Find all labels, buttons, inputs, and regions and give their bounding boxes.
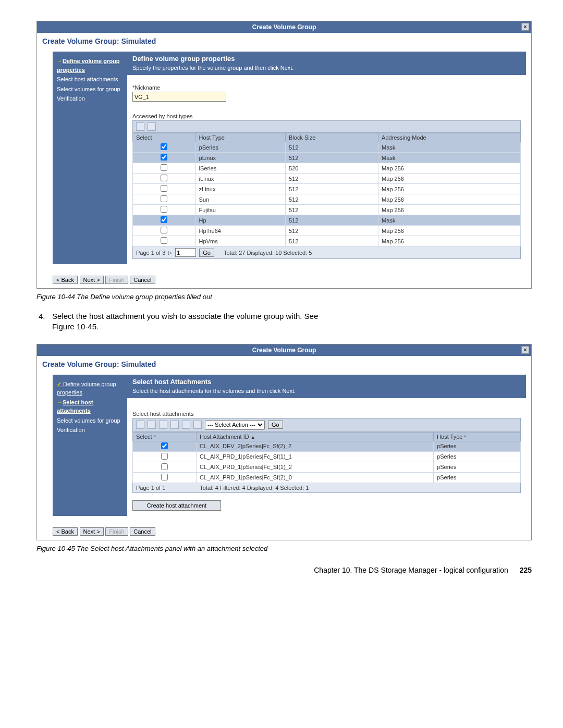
nickname-input[interactable] [132,92,226,102]
next-page-icon[interactable]: ▷ [168,250,172,255]
cell-host-id: CL_AIX_PRD_1|pSeries|Fc_Sf(2)_0 [196,472,433,483]
cancel-button[interactable]: Cancel [130,527,155,536]
wizard-sidebar: Define volume group properties Select ho… [53,375,127,516]
cell-host-type: iSeries [195,163,285,174]
finish-button[interactable]: Finish [105,527,128,536]
create-host-attachment-button[interactable]: Create host attachment [132,500,221,511]
row-checkbox[interactable] [161,143,167,150]
cell-host-type: HpVms [195,236,285,246]
window-title: Create Volume Group [252,347,316,354]
col-host-id[interactable]: Host Attachment ID ▲ [196,432,433,441]
cell-block-size: 512 [286,215,378,226]
col-addr-mode[interactable]: Addressing Mode [378,133,521,142]
row-checkbox[interactable] [161,206,167,213]
cell-addr-mode: Map 256 [378,226,521,236]
pane-header: Define volume group properties Specify t… [127,52,526,75]
col-select[interactable]: Select ^ [133,432,197,441]
table-row[interactable]: iLinux 512 Map 256 [133,174,521,184]
col-select[interactable]: Select [133,133,196,142]
row-checkbox[interactable] [161,453,168,460]
select-action-dropdown[interactable]: --- Select Action --- [205,420,265,430]
cell-host-type: pLinux [195,153,285,163]
table-row[interactable]: HpTru64 512 Map 256 [133,226,521,236]
toolbar-icon[interactable] [148,122,156,131]
table-status: Total: 4 Filtered: 4 Displayed: 4 Select… [200,485,309,491]
toolbar-icon[interactable] [136,122,144,131]
table-row[interactable]: iSeries 520 Map 256 [133,163,521,174]
sort-icon: ^ [154,435,156,440]
close-icon[interactable]: × [521,346,529,354]
table-row[interactable]: CL_AIX_PRD_1|pSeries|Fc_Sf(1)_1 pSeries [133,451,521,462]
cell-block-size: 512 [286,236,378,246]
finish-button[interactable]: Finish [105,276,128,284]
figure-caption: Figure 10-44 The Define volume group pro… [36,293,532,301]
sidebar-step-volumes[interactable]: Select volumes for group [57,85,123,94]
row-checkbox[interactable] [161,463,168,470]
row-checkbox[interactable] [161,216,167,223]
go-button[interactable]: Go [199,249,214,257]
cell-host-type: iLinux [195,174,285,184]
cell-addr-mode: Mask [378,215,521,226]
sidebar-step-verify[interactable]: Verification [57,94,123,103]
cell-addr-mode: Map 256 [378,174,521,184]
toolbar-icon[interactable] [193,421,202,429]
page-number: 225 [520,566,532,574]
toolbar-icon[interactable] [159,421,167,429]
table-row[interactable]: Fujitsu 512 Map 256 [133,205,521,215]
go-button[interactable]: Go [268,421,283,429]
table-row[interactable]: CL_AIX_PRD_1|pSeries|Fc_Sf(1)_2 pSeries [133,462,521,472]
table-row[interactable]: HpVms 512 Map 256 [133,236,521,246]
sidebar-step-define[interactable]: Define volume group properties [57,380,123,397]
table-toolbar: --- Select Action --- Go [132,418,521,432]
table-row[interactable]: zLinux 512 Map 256 [133,184,521,194]
row-checkbox[interactable] [161,474,168,480]
close-icon[interactable]: × [521,23,529,31]
cell-host-id: CL_AIX_DEV_2|pSeries|Fc_Sf(2)_2 [196,441,433,451]
sidebar-step-host[interactable]: Select host attachments [57,398,123,415]
table-row[interactable]: Sun 512 Map 256 [133,194,521,205]
row-checkbox[interactable] [161,195,167,202]
sidebar-step-host[interactable]: Select host attachments [57,75,123,84]
page-number-input[interactable] [175,248,196,257]
table-row[interactable]: Hp 512 Mask [133,215,521,226]
table-row[interactable]: CL_AIX_PRD_1|pSeries|Fc_Sf(2)_0 pSeries [133,472,521,483]
pane-desc: Specify the properties for the volume gr… [132,65,521,71]
back-button[interactable]: < Back [53,527,78,536]
cell-host-id: CL_AIX_PRD_1|pSeries|Fc_Sf(1)_1 [196,451,433,462]
pane-heading: Define volume group properties [132,55,521,63]
col-block-size[interactable]: Block Size [286,133,378,142]
cell-block-size: 512 [286,174,378,184]
cell-block-size: 512 [286,194,378,205]
row-checkbox[interactable] [161,227,167,233]
pane-heading: Select host Attachments [132,378,521,386]
next-button[interactable]: Next > [80,527,104,536]
sidebar-step-define[interactable]: Define volume group properties [57,57,123,74]
breadcrumb: Create Volume Group: Simulated [37,356,531,375]
table-row[interactable]: CL_AIX_DEV_2|pSeries|Fc_Sf(2)_2 pSeries [133,441,521,451]
next-button[interactable]: Next > [80,276,104,284]
sidebar-step-verify[interactable]: Verification [57,426,123,435]
cell-host-type: pSeries [195,142,285,153]
row-checkbox[interactable] [161,185,167,192]
toolbar-icon[interactable] [148,421,156,429]
toolbar-icon[interactable] [136,421,144,429]
col-host-type[interactable]: Host Type ^ [434,432,521,441]
row-checkbox[interactable] [161,154,167,161]
col-host-type[interactable]: Host Type [195,133,285,142]
toolbar-icon[interactable] [182,421,190,429]
table-row[interactable]: pSeries 512 Mask [133,142,521,153]
cell-addr-mode: Map 256 [378,184,521,194]
cell-host-type: HpTru64 [195,226,285,236]
toolbar-icon[interactable] [170,421,179,429]
row-checkbox[interactable] [161,175,167,181]
cancel-button[interactable]: Cancel [130,276,155,284]
host-attachments-table: Select ^ Host Attachment ID ▲ Host Type … [132,432,521,483]
sidebar-step-volumes[interactable]: Select volumes for group [57,416,123,425]
row-checkbox[interactable] [161,237,167,244]
cell-block-size: 512 [286,226,378,236]
cell-host-type: pSeries [434,462,521,472]
back-button[interactable]: < Back [53,276,78,284]
row-checkbox[interactable] [161,164,167,171]
row-checkbox[interactable] [161,442,168,449]
table-row[interactable]: pLinux 512 Mask [133,153,521,163]
